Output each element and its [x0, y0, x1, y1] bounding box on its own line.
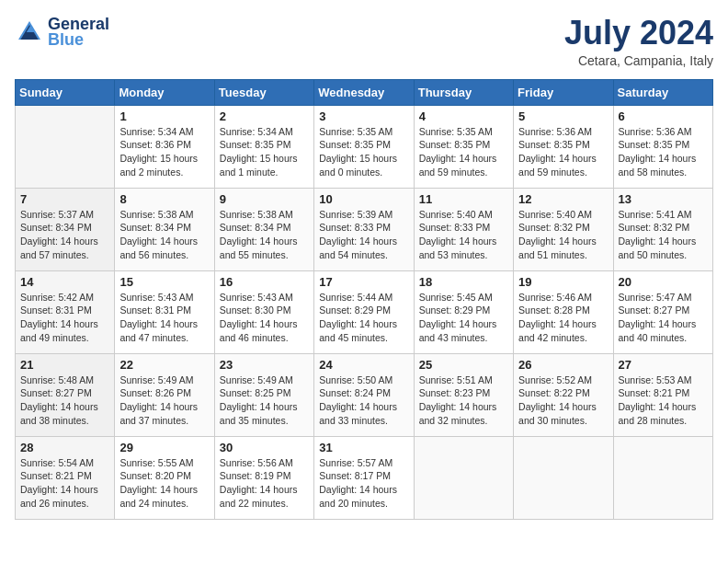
day-number: 16	[220, 275, 309, 289]
cell-w5-d6	[613, 436, 712, 519]
cell-w2-d1: 8Sunrise: 5:38 AM Sunset: 8:34 PM Daylig…	[115, 188, 214, 270]
day-number: 11	[419, 192, 508, 206]
cell-w5-d1: 29Sunrise: 5:55 AM Sunset: 8:20 PM Dayli…	[115, 436, 214, 519]
day-info: Sunrise: 5:51 AM Sunset: 8:23 PM Dayligh…	[419, 373, 508, 428]
day-number: 3	[319, 109, 408, 123]
day-number: 29	[119, 441, 209, 454]
cell-w5-d3: 31Sunrise: 5:57 AM Sunset: 8:17 PM Dayli…	[314, 436, 414, 519]
week-row-3: 14Sunrise: 5:42 AM Sunset: 8:31 PM Dayli…	[16, 270, 713, 353]
cell-w3-d5: 19Sunrise: 5:46 AM Sunset: 8:28 PM Dayli…	[514, 270, 613, 353]
cell-w1-d5: 5Sunrise: 5:36 AM Sunset: 8:35 PM Daylig…	[514, 105, 613, 188]
day-info: Sunrise: 5:34 AM Sunset: 8:35 PM Dayligh…	[220, 125, 309, 179]
day-number: 26	[518, 358, 608, 372]
cell-w2-d2: 9Sunrise: 5:38 AM Sunset: 8:34 PM Daylig…	[214, 188, 313, 270]
cell-w4-d3: 24Sunrise: 5:50 AM Sunset: 8:24 PM Dayli…	[314, 353, 414, 436]
day-info: Sunrise: 5:43 AM Sunset: 8:30 PM Dayligh…	[220, 291, 309, 345]
day-number: 30	[220, 441, 309, 454]
col-thursday: Thursday	[414, 79, 513, 105]
cell-w5-d5	[514, 436, 613, 519]
day-info: Sunrise: 5:34 AM Sunset: 8:36 PM Dayligh…	[119, 125, 209, 179]
day-info: Sunrise: 5:47 AM Sunset: 8:27 PM Dayligh…	[619, 291, 708, 345]
day-info: Sunrise: 5:40 AM Sunset: 8:33 PM Dayligh…	[419, 208, 508, 262]
day-number: 21	[20, 358, 109, 372]
cell-w4-d0: 21Sunrise: 5:48 AM Sunset: 8:27 PM Dayli…	[16, 353, 115, 436]
cell-w4-d6: 27Sunrise: 5:53 AM Sunset: 8:21 PM Dayli…	[613, 353, 712, 436]
page-header: General Blue July 2024 Cetara, Campania,…	[15, 15, 713, 68]
day-number: 23	[220, 358, 309, 372]
day-info: Sunrise: 5:35 AM Sunset: 8:35 PM Dayligh…	[319, 125, 408, 179]
cell-w1-d0	[16, 105, 115, 188]
day-info: Sunrise: 5:55 AM Sunset: 8:20 PM Dayligh…	[119, 456, 209, 511]
day-number: 20	[619, 275, 708, 289]
cell-w2-d4: 11Sunrise: 5:40 AM Sunset: 8:33 PM Dayli…	[414, 188, 513, 270]
cell-w4-d5: 26Sunrise: 5:52 AM Sunset: 8:22 PM Dayli…	[514, 353, 613, 436]
cell-w3-d4: 18Sunrise: 5:45 AM Sunset: 8:29 PM Dayli…	[414, 270, 513, 353]
day-number: 15	[119, 275, 209, 289]
cell-w5-d2: 30Sunrise: 5:56 AM Sunset: 8:19 PM Dayli…	[214, 436, 313, 519]
day-info: Sunrise: 5:38 AM Sunset: 8:34 PM Dayligh…	[220, 208, 309, 262]
day-number: 4	[419, 109, 508, 123]
cell-w4-d2: 23Sunrise: 5:49 AM Sunset: 8:25 PM Dayli…	[214, 353, 313, 436]
title-block: July 2024 Cetara, Campania, Italy	[564, 15, 713, 68]
day-info: Sunrise: 5:36 AM Sunset: 8:35 PM Dayligh…	[619, 125, 708, 179]
day-number: 8	[119, 192, 209, 206]
cell-w1-d6: 6Sunrise: 5:36 AM Sunset: 8:35 PM Daylig…	[613, 105, 712, 188]
day-info: Sunrise: 5:54 AM Sunset: 8:21 PM Dayligh…	[20, 456, 109, 511]
week-row-5: 28Sunrise: 5:54 AM Sunset: 8:21 PM Dayli…	[16, 436, 713, 519]
day-number: 18	[419, 275, 508, 289]
col-tuesday: Tuesday	[214, 79, 313, 105]
cell-w3-d6: 20Sunrise: 5:47 AM Sunset: 8:27 PM Dayli…	[613, 270, 712, 353]
week-row-1: 1Sunrise: 5:34 AM Sunset: 8:36 PM Daylig…	[16, 105, 713, 188]
cell-w4-d4: 25Sunrise: 5:51 AM Sunset: 8:23 PM Dayli…	[414, 353, 513, 436]
day-info: Sunrise: 5:35 AM Sunset: 8:35 PM Dayligh…	[419, 125, 508, 179]
day-info: Sunrise: 5:41 AM Sunset: 8:32 PM Dayligh…	[619, 208, 708, 262]
cell-w1-d3: 3Sunrise: 5:35 AM Sunset: 8:35 PM Daylig…	[314, 105, 414, 188]
day-number: 31	[319, 441, 408, 454]
day-info: Sunrise: 5:46 AM Sunset: 8:28 PM Dayligh…	[518, 291, 608, 345]
day-number: 1	[119, 109, 209, 123]
cell-w3-d1: 15Sunrise: 5:43 AM Sunset: 8:31 PM Dayli…	[115, 270, 214, 353]
cell-w2-d3: 10Sunrise: 5:39 AM Sunset: 8:33 PM Dayli…	[314, 188, 414, 270]
cell-w2-d5: 12Sunrise: 5:40 AM Sunset: 8:32 PM Dayli…	[514, 188, 613, 270]
day-number: 2	[220, 109, 309, 123]
day-number: 5	[518, 109, 608, 123]
day-number: 7	[20, 192, 109, 206]
day-number: 12	[518, 192, 608, 206]
day-info: Sunrise: 5:39 AM Sunset: 8:33 PM Dayligh…	[319, 208, 408, 262]
cell-w2-d6: 13Sunrise: 5:41 AM Sunset: 8:32 PM Dayli…	[613, 188, 712, 270]
day-info: Sunrise: 5:57 AM Sunset: 8:17 PM Dayligh…	[319, 456, 408, 511]
day-number: 25	[419, 358, 508, 372]
day-number: 27	[619, 358, 708, 372]
day-number: 6	[619, 109, 708, 123]
header-row: Sunday Monday Tuesday Wednesday Thursday…	[16, 79, 713, 105]
cell-w5-d0: 28Sunrise: 5:54 AM Sunset: 8:21 PM Dayli…	[16, 436, 115, 519]
day-number: 24	[319, 358, 408, 372]
day-info: Sunrise: 5:50 AM Sunset: 8:24 PM Dayligh…	[319, 373, 408, 428]
day-number: 9	[220, 192, 309, 206]
day-info: Sunrise: 5:38 AM Sunset: 8:34 PM Dayligh…	[119, 208, 209, 262]
col-sunday: Sunday	[16, 79, 115, 105]
col-monday: Monday	[115, 79, 214, 105]
logo-icon	[15, 17, 44, 47]
day-info: Sunrise: 5:52 AM Sunset: 8:22 PM Dayligh…	[518, 373, 608, 428]
day-number: 22	[119, 358, 209, 372]
cell-w4-d1: 22Sunrise: 5:49 AM Sunset: 8:26 PM Dayli…	[115, 353, 214, 436]
col-saturday: Saturday	[613, 79, 712, 105]
cell-w1-d1: 1Sunrise: 5:34 AM Sunset: 8:36 PM Daylig…	[115, 105, 214, 188]
day-info: Sunrise: 5:36 AM Sunset: 8:35 PM Dayligh…	[518, 125, 608, 179]
day-info: Sunrise: 5:43 AM Sunset: 8:31 PM Dayligh…	[119, 291, 209, 345]
day-number: 17	[319, 275, 408, 289]
calendar-body: 1Sunrise: 5:34 AM Sunset: 8:36 PM Daylig…	[16, 105, 713, 519]
cell-w1-d4: 4Sunrise: 5:35 AM Sunset: 8:35 PM Daylig…	[414, 105, 513, 188]
day-info: Sunrise: 5:49 AM Sunset: 8:26 PM Dayligh…	[119, 373, 209, 428]
day-info: Sunrise: 5:42 AM Sunset: 8:31 PM Dayligh…	[20, 291, 109, 345]
day-info: Sunrise: 5:45 AM Sunset: 8:29 PM Dayligh…	[419, 291, 508, 345]
day-number: 13	[619, 192, 708, 206]
day-info: Sunrise: 5:37 AM Sunset: 8:34 PM Dayligh…	[20, 208, 109, 262]
logo: General Blue	[15, 15, 109, 50]
day-info: Sunrise: 5:40 AM Sunset: 8:32 PM Dayligh…	[518, 208, 608, 262]
day-number: 14	[20, 275, 109, 289]
cell-w1-d2: 2Sunrise: 5:34 AM Sunset: 8:35 PM Daylig…	[214, 105, 313, 188]
col-wednesday: Wednesday	[314, 79, 414, 105]
day-info: Sunrise: 5:53 AM Sunset: 8:21 PM Dayligh…	[619, 373, 708, 428]
